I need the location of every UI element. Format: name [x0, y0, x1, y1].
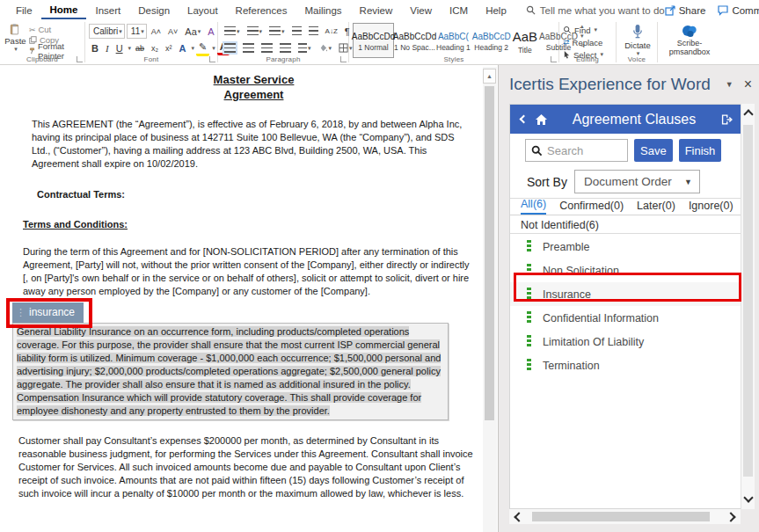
document-vertical-scrollbar[interactable]: ▲ — [483, 67, 497, 532]
justify-button[interactable] — [277, 42, 294, 54]
cut-label: Cut — [38, 25, 51, 34]
subscript-button[interactable]: x₂ — [149, 43, 161, 54]
paste-caret-icon[interactable]: ▾ — [14, 46, 18, 53]
pane-vscrollbar-thumb[interactable] — [743, 125, 753, 477]
clause-item-preamble[interactable]: Preamble — [510, 235, 741, 259]
font-dialog-launcher[interactable] — [209, 56, 215, 62]
document-scrollbar-thumb[interactable] — [485, 86, 494, 420]
task-pane-menu-caret-icon[interactable]: ▼ — [719, 80, 741, 89]
addin-group: Scribe-pmsandbox — [658, 20, 721, 64]
task-pane-close-icon[interactable]: × — [741, 77, 755, 92]
dictate-button[interactable]: Dictate ▾ — [620, 24, 655, 57]
ribbon-tab-layout[interactable]: Layout — [179, 2, 227, 18]
ribbon-tab-mailings[interactable]: Mailings — [296, 2, 350, 18]
style-normal[interactable]: AaBbCcDd1 Normal — [353, 23, 394, 58]
home-icon[interactable] — [535, 113, 548, 126]
line-spacing-button[interactable]: ▾ — [296, 42, 314, 54]
clauses-header-title: Agreement Clauses — [548, 112, 720, 128]
clipboard-group: Paste ▾ ✂Cut Copy Format Painter Clipboa… — [0, 20, 84, 64]
ribbon: File Home Insert Design Layout Reference… — [0, 0, 759, 65]
underline-button[interactable]: U — [113, 42, 126, 55]
pane-scroll-left-icon[interactable] — [514, 512, 523, 521]
shading-button[interactable]: ▾ — [316, 42, 335, 54]
bullets-button[interactable]: ▾ — [222, 26, 243, 37]
ribbon-tab-file[interactable]: File — [7, 2, 41, 18]
align-right-button[interactable] — [259, 42, 275, 54]
finish-button[interactable]: Finish — [679, 139, 722, 162]
strikethrough-button[interactable]: ab — [133, 43, 147, 54]
font-size-select[interactable]: 11▾ — [127, 24, 147, 39]
numbered-list-icon — [247, 26, 259, 36]
clear-formatting-button[interactable]: A — [205, 26, 216, 38]
scribe-addin-button[interactable]: Scribe-pmsandbox — [661, 24, 718, 57]
ribbon-tab-references[interactable]: References — [227, 2, 296, 18]
clause-item-limitation-of-liability[interactable]: Limitation Of Liability — [510, 330, 741, 353]
increase-indent-button[interactable] — [306, 26, 321, 37]
styles-dialog-launcher[interactable] — [551, 56, 557, 62]
italic-button[interactable]: I — [103, 42, 112, 55]
save-button[interactable]: Save — [634, 139, 673, 162]
tell-me-search[interactable]: Tell me what you want to do — [526, 5, 665, 16]
style-title[interactable]: AaBTitle — [512, 23, 538, 58]
multilevel-list-button[interactable]: ▾ — [266, 26, 288, 37]
tab-ignore[interactable]: Ignore(0) — [689, 200, 733, 215]
pane-scroll-right-icon[interactable] — [726, 512, 735, 521]
find-button[interactable]: Find▾ — [563, 25, 612, 35]
ribbon-tab-view[interactable]: View — [401, 2, 441, 18]
align-center-button[interactable] — [240, 42, 257, 54]
pane-vertical-scrollbar[interactable] — [741, 104, 755, 509]
paragraph-dialog-launcher[interactable] — [340, 56, 347, 62]
clause-search-box[interactable] — [525, 139, 628, 162]
cut-button[interactable]: ✂Cut — [29, 25, 81, 34]
grow-font-button[interactable]: A˄ — [149, 26, 164, 37]
bullet-list-icon — [224, 26, 236, 36]
clause-status-icon — [527, 335, 531, 348]
superscript-button[interactable]: x² — [163, 43, 175, 54]
style-heading2[interactable]: AaBbCcDHeading 2 — [471, 23, 512, 58]
ribbon-tab-icm[interactable]: ICM — [441, 2, 477, 18]
change-case-button[interactable]: Aa▾ — [182, 26, 203, 38]
pane-horizontal-scrollbar[interactable] — [509, 509, 741, 524]
align-left-button[interactable] — [222, 42, 238, 54]
clause-label: Confidential Information — [543, 312, 659, 324]
style-heading1[interactable]: AaBbC(Heading 1 — [435, 23, 471, 58]
decrease-indent-button[interactable] — [289, 26, 304, 37]
pane-scroll-down-icon[interactable] — [743, 492, 753, 502]
back-chevron-icon[interactable] — [520, 115, 529, 124]
tab-confirmed[interactable]: Confirmed(0) — [559, 200, 624, 215]
document-title: Master Service Agreement — [32, 72, 476, 102]
clause-item-confidential-information[interactable]: Confidential Information — [510, 306, 741, 330]
pane-scroll-up-icon[interactable] — [743, 109, 753, 119]
exit-icon[interactable] — [720, 113, 733, 126]
replace-button[interactable]: ⇄ Replace — [563, 37, 612, 47]
sort-order-dropdown[interactable]: Document Order ▼ — [574, 170, 700, 193]
search-input[interactable] — [547, 144, 617, 157]
borders-icon — [339, 43, 348, 53]
text-effects-button[interactable]: A — [177, 42, 189, 55]
insurance-clause-block[interactable]: General Liability Insurance on an occurr… — [12, 323, 449, 420]
shrink-font-button[interactable]: A˅ — [165, 26, 180, 37]
tab-later[interactable]: Later(0) — [637, 200, 675, 215]
highlight-color-button[interactable]: ✎ — [196, 40, 209, 56]
clipboard-dialog-launcher[interactable] — [77, 56, 83, 62]
tab-all[interactable]: All(6) — [521, 198, 546, 215]
style-no-spacing[interactable]: AaBbCcDd1 No Spac... — [394, 23, 435, 58]
ribbon-tab-design[interactable]: Design — [129, 2, 179, 18]
ribbon-tab-review[interactable]: Review — [351, 2, 402, 18]
share-button[interactable]: Share — [665, 5, 706, 16]
app-window: File Home Insert Design Layout Reference… — [0, 0, 759, 532]
sort-button[interactable]: A↓Z — [323, 26, 340, 36]
ribbon-tab-help[interactable]: Help — [477, 2, 515, 18]
pane-hscrollbar-thumb[interactable] — [532, 512, 710, 521]
clause-item-termination[interactable]: Termination — [510, 353, 741, 377]
scroll-up-arrow-icon[interactable]: ▲ — [483, 69, 496, 84]
format-painter-button[interactable]: Format Painter — [29, 46, 81, 55]
font-family-select[interactable]: Calibri▾ — [89, 24, 125, 39]
bold-button[interactable]: B — [89, 42, 101, 55]
numbering-button[interactable]: ▾ — [244, 26, 266, 37]
paste-button[interactable]: Paste ▾ — [4, 24, 27, 53]
comments-button[interactable]: Comments — [718, 5, 759, 16]
ribbon-tab-home[interactable]: Home — [41, 1, 87, 19]
sort-by-label: Sort By — [527, 175, 567, 189]
ribbon-tab-insert[interactable]: Insert — [86, 2, 129, 18]
